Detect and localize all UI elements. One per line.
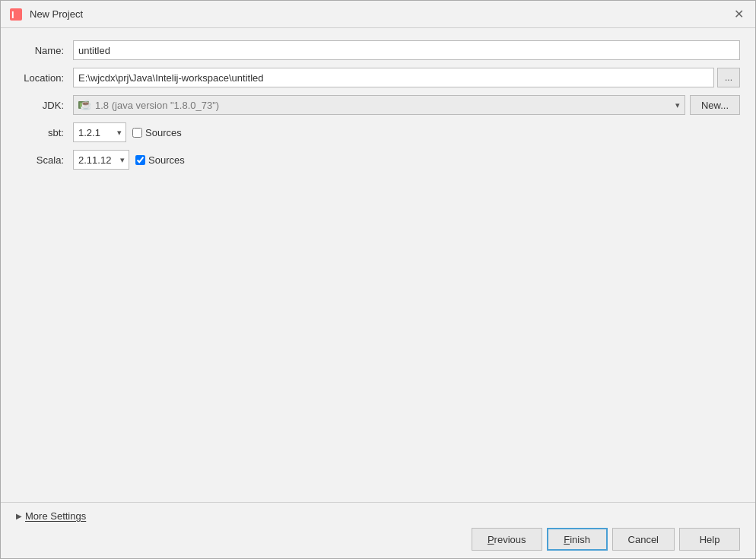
finish-button[interactable]: Finish [547, 528, 608, 551]
scala-sources-text: Sources [148, 154, 185, 166]
sbt-version-select-wrapper: 1.2.1 [73, 122, 126, 142]
more-settings-toggle[interactable]: ▶ More Settings [16, 510, 740, 522]
new-project-dialog: I New Project ✕ Name: Location: ... JDK: [0, 0, 756, 559]
bottom-bar: ▶ More Settings Previous Finish Cancel H… [1, 502, 755, 558]
sbt-sources-text: Sources [145, 127, 182, 138]
scala-label: Scala: [16, 154, 73, 166]
scala-sources-checkbox[interactable] [135, 155, 145, 165]
content-area: Name: Location: ... JDK: ☕ [1, 28, 755, 502]
close-button[interactable]: ✕ [729, 5, 748, 24]
jdk-select[interactable]: ☕ 1.8 (java version "1.8.0_73") ▾ [73, 95, 685, 115]
scala-sources-label[interactable]: Sources [135, 154, 185, 166]
jdk-display-text: ☕ 1.8 (java version "1.8.0_73") [78, 100, 675, 111]
dialog-title: New Project [30, 8, 83, 20]
help-button[interactable]: Help [679, 528, 740, 551]
jdk-field-group: ☕ 1.8 (java version "1.8.0_73") ▾ New... [73, 95, 740, 115]
sbt-row: sbt: 1.2.1 Sources [16, 122, 740, 142]
location-input[interactable] [73, 68, 714, 87]
name-row: Name: [16, 40, 740, 60]
jdk-row: JDK: ☕ 1.8 (java version "1.8.0_73") ▾ N… [16, 95, 740, 115]
more-settings-label: More Settings [25, 510, 86, 522]
jdk-label: JDK: [16, 100, 73, 111]
sbt-label: sbt: [16, 127, 73, 138]
location-row: Location: ... [16, 68, 740, 87]
scala-row: Scala: 2.11.12 Sources [16, 150, 740, 170]
jdk-value: 1.8 (java version "1.8.0_73") [95, 100, 219, 111]
scala-version-select-wrapper: 2.11.12 [73, 150, 129, 170]
name-input[interactable] [73, 40, 740, 60]
scala-version-select[interactable]: 2.11.12 [73, 150, 129, 170]
scala-field-group: 2.11.12 Sources [73, 150, 185, 170]
sbt-sources-checkbox[interactable] [132, 128, 142, 138]
sbt-sources-label[interactable]: Sources [132, 127, 182, 138]
sbt-version-select[interactable]: 1.2.1 [73, 122, 126, 142]
title-bar-left: I New Project [8, 7, 83, 22]
browse-button[interactable]: ... [717, 68, 740, 87]
cancel-button[interactable]: Cancel [612, 528, 675, 551]
app-icon: I [8, 7, 24, 22]
svg-text:☕: ☕ [80, 100, 91, 110]
button-row: Previous Finish Cancel Help [16, 528, 740, 551]
title-bar: I New Project ✕ [1, 1, 755, 28]
more-settings-arrow-icon: ▶ [16, 512, 22, 520]
previous-button[interactable]: Previous [472, 528, 542, 551]
jdk-icon: ☕ [78, 100, 91, 110]
location-label: Location: [16, 72, 73, 84]
sbt-field-group: 1.2.1 Sources [73, 122, 182, 142]
jdk-dropdown-arrow: ▾ [675, 100, 680, 110]
jdk-new-button[interactable]: New... [690, 95, 740, 115]
content-spacer [16, 177, 740, 490]
svg-text:I: I [11, 9, 14, 21]
name-label: Name: [16, 45, 73, 56]
location-field-group: ... [73, 68, 740, 87]
